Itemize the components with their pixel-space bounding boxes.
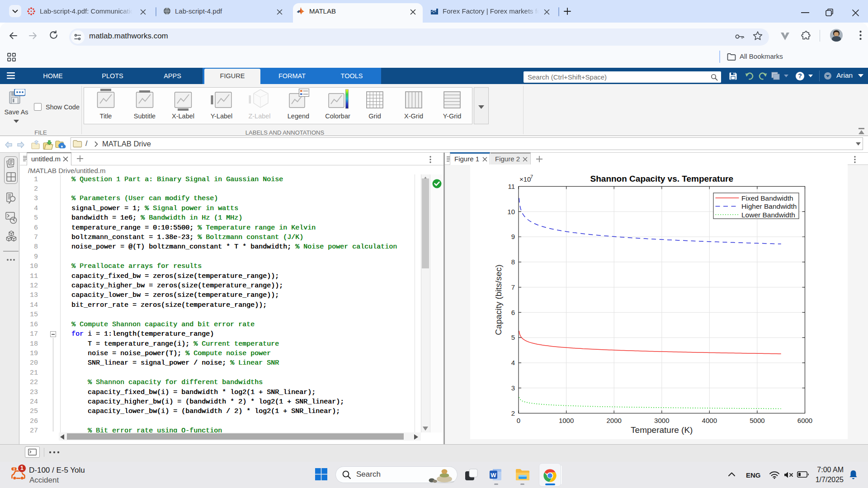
svg-text:Lower Bandwidth: Lower Bandwidth [741,211,795,219]
svg-text:11: 11 [508,183,515,190]
svg-text:5: 5 [511,333,515,341]
svg-text:2: 2 [511,409,515,417]
svg-text:Shannon Capacity vs. Temperatu: Shannon Capacity vs. Temperature [590,174,733,183]
svg-text:6000: 6000 [797,417,812,424]
svg-text:Temperature (K): Temperature (K) [631,425,693,435]
svg-text:3: 3 [511,384,515,392]
svg-text:9: 9 [511,233,515,240]
svg-text:0: 0 [517,417,520,424]
svg-text:10: 10 [507,208,515,216]
svg-text:4000: 4000 [702,417,717,424]
svg-text:Higher Bandwidth: Higher Bandwidth [741,202,797,210]
svg-text:7: 7 [511,283,515,291]
svg-text:W: W [491,472,496,479]
svg-text:3000: 3000 [654,417,669,424]
svg-text:×10: ×10 [519,175,531,183]
svg-text:2000: 2000 [607,417,622,424]
svg-text:Fixed Bandwidth: Fixed Bandwidth [741,194,793,202]
svg-text:6: 6 [511,309,515,316]
svg-text:1000: 1000 [559,417,574,424]
svg-text:Capacity (bits/sec): Capacity (bits/sec) [494,264,503,335]
svg-text:7: 7 [530,174,533,179]
svg-text:5000: 5000 [750,417,764,424]
svg-text:4: 4 [511,359,515,366]
svg-text:8: 8 [511,258,515,266]
